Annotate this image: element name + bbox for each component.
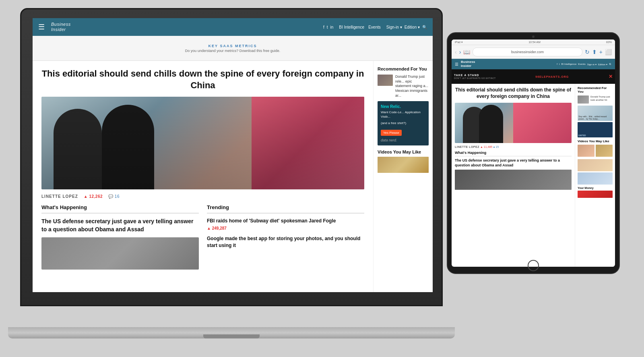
search-icon[interactable]: 🔍	[422, 25, 427, 29]
tablet-videos-title: Videos You May Like	[578, 139, 613, 143]
tablet-plus-icon[interactable]: +	[599, 49, 603, 55]
tablet-edition-btn[interactable]: Edition ▾	[598, 63, 607, 66]
tablet-recommended-item-1[interactable]: Donald Trump just took another hit	[578, 95, 613, 104]
tablet-ad-banner[interactable]: TAKE A STAND DON'T LET ELEPHANTS GO EXTI…	[452, 69, 615, 84]
laptop: ☰ Business Insider f t in BI Intelligenc…	[20, 8, 443, 338]
recommended-title: Recommended For You	[378, 66, 429, 71]
tablet-bookmark-icon[interactable]: 📖	[463, 49, 470, 55]
tablet-stack-item-1[interactable]: Stay with... Wal... added reward power..…	[578, 106, 613, 121]
edition-button[interactable]: Edition ▾	[405, 25, 420, 29]
tablet-forward-btn[interactable]: ›	[459, 49, 461, 55]
tablet-signin-btn[interactable]: Sign-in ▾	[587, 63, 597, 66]
tablet-search-icon[interactable]: 🔍	[609, 63, 612, 66]
signin-button[interactable]: Sign-in ▾	[386, 25, 402, 29]
tablet-events-link[interactable]: Events	[578, 63, 585, 65]
nav-actions: Sign-in ▾ Edition ▾ 🔍	[386, 25, 427, 29]
tablet-status-bar: iPad ▾ 10:54 AM 83%	[452, 39, 615, 45]
tablet-f-icon[interactable]: f	[557, 63, 557, 65]
recommended-text: Donald Trump just rele... epic statement…	[395, 75, 429, 98]
tablet-share-icon[interactable]: ⬆	[592, 49, 597, 55]
laptop-notch	[203, 334, 260, 338]
bi-logo[interactable]: Business Insider	[51, 22, 71, 32]
ad-sidebar-subtitle: (and a free shirt?)	[381, 121, 425, 125]
trending-title-1[interactable]: FBI raids home of 'Subway diet' spokesma…	[207, 218, 364, 224]
tablet-ad-main: TAKE A STAND	[454, 74, 496, 77]
nav-links: BI Intelligence Events	[339, 25, 380, 29]
events-link[interactable]: Events	[368, 25, 381, 29]
laptop-content: This editorial should send chills down t…	[33, 61, 433, 292]
tablet-video-row	[578, 145, 613, 157]
bi-intelligence-link[interactable]: BI Intelligence	[339, 25, 364, 29]
tablet-article-meta: LINETTE LOPEZ ▲ 11,485 ● 15	[455, 145, 572, 148]
tablet-tabs-icon[interactable]: ⬜	[605, 49, 612, 55]
tablet-video-thumb-2[interactable]	[596, 145, 613, 157]
tablet-time: 10:54 AM	[528, 41, 541, 44]
article-author: LINETTE LOPEZ	[41, 194, 78, 199]
tablet-story-image	[455, 170, 572, 190]
trending-col: Trending FBI raids home of 'Subway diet'…	[207, 204, 364, 270]
ad-sidebar-brand: New Relic.	[381, 104, 425, 109]
tablet-device: iPad ▾	[455, 41, 463, 44]
tablet-refresh-icon[interactable]: ↻	[585, 49, 590, 55]
article-image	[41, 97, 364, 189]
tablet-recommended-thumb-1	[578, 95, 589, 104]
tablet-more-item-1[interactable]	[578, 159, 613, 171]
tablet-video-thumb-1[interactable]	[578, 145, 594, 157]
browser-nav: ☰ Business Insider f t in BI Intelligenc…	[33, 18, 433, 36]
article-headline: This editorial should send chills down t…	[41, 68, 364, 91]
videos-title: Videos You May Like	[378, 149, 429, 154]
tablet-upvotes[interactable]: ▲ 11,485	[480, 145, 492, 148]
hamburger-icon[interactable]: ☰	[38, 23, 45, 31]
whats-happening-col: What's Happening The US defense secretar…	[41, 204, 199, 270]
article-comments[interactable]: 💬 16	[108, 194, 120, 199]
tablet-money-item[interactable]	[578, 191, 613, 198]
tablet-bi-intel-link[interactable]: BI Intelligence	[561, 63, 577, 65]
tablet-sidebar-more: Your Money	[578, 159, 613, 198]
tablet-t-icon[interactable]: t	[559, 63, 560, 65]
tablet-stack-item-2[interactable]: UNITED	[578, 122, 613, 137]
laptop-sidebar: Recommended For You Donald Trump just re…	[373, 61, 433, 292]
tablet: iPad ▾ 10:54 AM 83% ‹ › 📖 businessinside…	[447, 32, 620, 274]
tablet-back-btn[interactable]: ‹	[455, 49, 457, 55]
ad-sidebar-block: New Relic. Want Code-Le... Application V…	[378, 101, 429, 145]
nav-right: f t in BI Intelligence Events Sign-in ▾ …	[323, 25, 427, 29]
tablet-ad-sub: DON'T LET ELEPHANTS GO EXTINCT	[454, 77, 496, 79]
tablet-sidebar-stack: Stay with... Wal... added reward power..…	[578, 106, 613, 137]
tablet-bi-logo[interactable]: Business Insider	[461, 60, 475, 68]
image-overlay	[41, 97, 364, 189]
trending-item-1: FBI raids home of 'Subway diet' spokesma…	[207, 218, 364, 230]
laptop-body: ☰ Business Insider f t in BI Intelligenc…	[20, 8, 443, 306]
tablet-recommended-text-1: Donald Trump just took another hit	[590, 95, 613, 102]
trending-title-2[interactable]: Google made the best app for storing you…	[207, 235, 364, 249]
article-upvotes[interactable]: ▲ 12,262	[84, 194, 103, 199]
ad-banner[interactable]: KEY SAAS METRICS Do you understand your …	[33, 36, 433, 61]
linkedin-icon[interactable]: in	[330, 25, 334, 29]
tablet-battery: 83%	[606, 41, 612, 44]
article-meta: LINETTE LOPEZ ▲ 12,262 💬 16	[41, 194, 364, 199]
video-thumb[interactable]	[378, 157, 429, 173]
tablet-whats-happening-story[interactable]: The US defense secretary just gave a ver…	[455, 158, 572, 168]
ad-sidebar-title: Want Code-Le... Application Visib...	[381, 110, 425, 119]
tablet-main: This editorial should send chills down t…	[452, 84, 575, 267]
recommended-item[interactable]: Donald Trump just rele... epic statement…	[378, 75, 429, 98]
whats-happening-story[interactable]: The US defense secretary just gave a ver…	[41, 218, 199, 233]
main-article: This editorial should send chills down t…	[33, 61, 373, 292]
scene: ☰ Business Insider f t in BI Intelligenc…	[0, 0, 644, 357]
tablet-hamburger-icon[interactable]: ☰	[455, 62, 458, 66]
laptop-base	[8, 327, 455, 338]
ad-sidebar-button[interactable]: Yes Please	[381, 130, 402, 136]
tablet-more-item-2[interactable]	[578, 172, 613, 185]
trending-count-1: ▲ 249,287	[207, 226, 364, 230]
tablet-your-money: Your Money	[578, 187, 613, 189]
tablet-screen: iPad ▾ 10:54 AM 83% ‹ › 📖 businessinside…	[452, 39, 615, 267]
tablet-ad-right: 96ELEPHANTS.ORG	[535, 75, 569, 78]
tablet-headline: This editorial should send chills down t…	[455, 87, 572, 100]
tablet-bi-nav: ☰ Business Insider f t BI Intelligence E…	[452, 59, 615, 69]
twitter-icon[interactable]: t	[327, 25, 328, 29]
tablet-ad-close-btn[interactable]: ✕	[609, 74, 613, 79]
tablet-url-field[interactable]: businessinsider.com	[473, 48, 582, 56]
facebook-icon[interactable]: f	[323, 25, 324, 29]
tablet-home-button[interactable]	[528, 260, 539, 271]
tablet-comments[interactable]: ● 15	[493, 145, 499, 148]
trending-title: Trending	[207, 204, 364, 214]
